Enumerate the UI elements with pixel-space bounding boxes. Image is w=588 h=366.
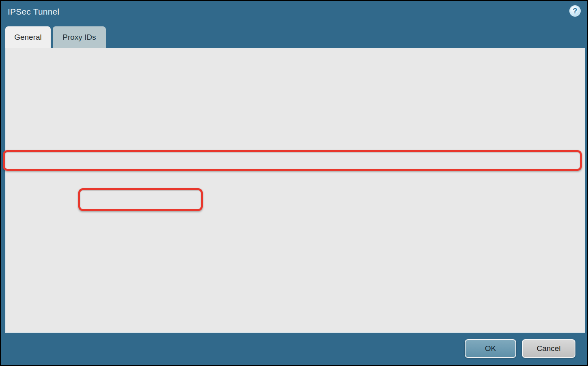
dialog-title: IPSec Tunnel <box>8 7 59 17</box>
general-tab-panel <box>5 48 585 333</box>
tab-proxy-ids[interactable]: Proxy IDs <box>53 26 106 48</box>
ok-button[interactable]: OK <box>465 339 516 358</box>
tab-general-label: General <box>14 33 42 42</box>
tab-general[interactable]: General <box>5 26 51 48</box>
ipsec-tunnel-dialog: IPSec Tunnel ? General Proxy IDs Name Tu… <box>0 0 588 366</box>
help-icon[interactable]: ? <box>569 5 581 17</box>
tab-proxy-ids-label: Proxy IDs <box>62 33 96 42</box>
cancel-button[interactable]: Cancel <box>522 339 575 358</box>
cancel-button-label: Cancel <box>536 344 560 353</box>
ok-button-label: OK <box>485 344 496 353</box>
help-glyph: ? <box>573 7 577 15</box>
